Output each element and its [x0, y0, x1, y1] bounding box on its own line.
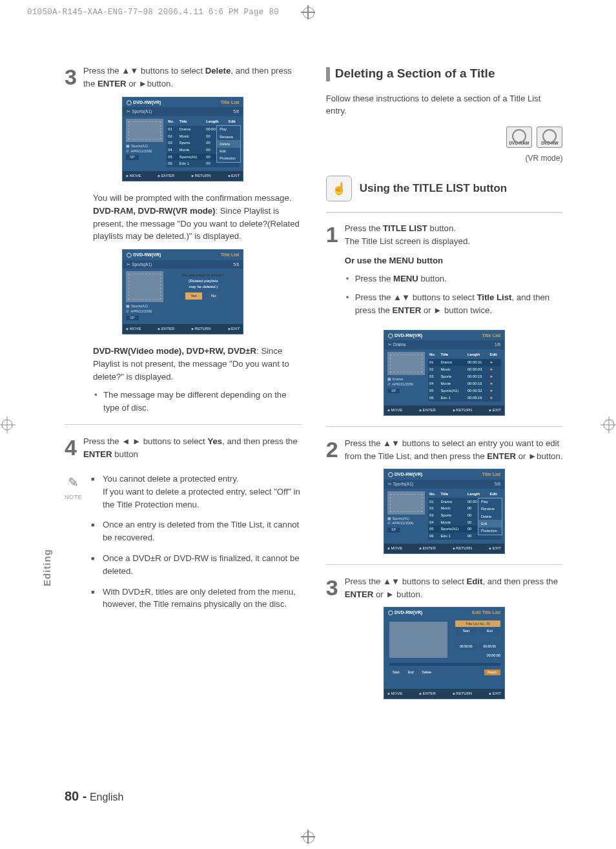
step-4: 4 Press the ◄ ► buttons to select Yes, a…: [65, 435, 302, 461]
note-block: ✎ NOTE You cannot delete a protected ent…: [65, 473, 302, 619]
note-item: Once a DVD±R or DVD-RW is finalized, it …: [91, 552, 302, 578]
page: 01050A-R145-XAA-ENG-77~98 2006.4.11 6:6 …: [0, 0, 616, 849]
video-mode-paragraph: DVD-RW(Video mode), DVD+RW, DVD±R: Since…: [65, 345, 302, 383]
note-label: NOTE: [65, 493, 82, 502]
step-text: Press the ▲▼ buttons to select Edit, and…: [345, 575, 563, 601]
msg-vary-bullet: The message may be different depending o…: [93, 389, 302, 414]
subhead: Using the TITLE LIST button: [360, 180, 508, 197]
crop-mark-top: [301, 5, 315, 19]
step-number: 1: [326, 223, 338, 325]
step-number: 4: [65, 436, 77, 462]
header-slug: 01050A-R145-XAA-ENG-77~98 2006.4.11 6:6 …: [27, 8, 279, 17]
step-number: 2: [326, 438, 338, 464]
vr-mode-label: (VR mode): [326, 152, 563, 164]
subhead-row: ☝ Using the TITLE LIST button: [326, 176, 563, 201]
step-text: Press the ▲▼ buttons to select an entry …: [345, 437, 563, 463]
step-2: 2 Press the ▲▼ buttons to select an entr…: [326, 437, 563, 463]
section-bar-icon: [326, 67, 330, 81]
crop-mark-right: [601, 416, 616, 433]
section-title: Deleting a Section of a Title: [335, 65, 495, 83]
step-text: Press the ▲▼ buttons to select Delete, a…: [83, 65, 302, 90]
left-column: 3 Press the ▲▼ buttons to select Delete,…: [65, 65, 302, 778]
note-icon: ✎: [65, 473, 81, 492]
step-text: Press the TITLE LIST button. The Title L…: [345, 222, 563, 323]
right-column: Deleting a Section of a Title Follow the…: [326, 65, 563, 778]
crop-mark-bottom: [301, 830, 315, 844]
note-item: With DVD±R, titles are only deleted from…: [91, 586, 302, 611]
note-item: You cannot delete a protected entry. If …: [91, 473, 302, 511]
step-number: 3: [326, 577, 338, 602]
step-1: 1 Press the TITLE LIST button. The Title…: [326, 222, 563, 323]
step-number: 3: [65, 66, 77, 92]
section-intro: Follow these instructions to delete a se…: [326, 92, 563, 118]
osd-delete-menu: ◯ DVD-RW(VR)Title List ✂ Sports(A1)5/6 ▦…: [122, 97, 243, 181]
note-item: Once an entry is deleted from the Title …: [91, 518, 302, 544]
step-3-right: 3 Press the ▲▼ buttons to select Edit, a…: [326, 575, 563, 601]
section-head: Deleting a Section of a Title: [326, 65, 563, 83]
hand-press-icon: ☝: [326, 176, 352, 201]
osd-title-list-popup: ◯ DVD-RW(VR)Title List ✂ Sports(A1)5/6 ▦…: [384, 469, 505, 553]
page-number: 80 - English: [65, 789, 123, 804]
step-text: Press the ◄ ► buttons to select Yes, and…: [83, 435, 302, 461]
confirm-paragraph: You will be prompted with the confirmati…: [65, 192, 302, 243]
content: 3 Press the ▲▼ buttons to select Delete,…: [65, 65, 558, 778]
disc-icon-row: DVD-RAM DVD-RW: [326, 127, 563, 148]
dvd-ram-icon: DVD-RAM: [506, 127, 532, 148]
side-tab-label: Editing: [41, 549, 52, 586]
osd-title-list: ◯ DVD-RW(VR)Title List ✂ Drama1/6 ▦ Dram…: [384, 330, 505, 416]
dvd-rw-icon: DVD-RW: [537, 127, 562, 148]
osd-confirm-delete: ◯ DVD-RW(VR)Title List ✂ Sports(A1)5/6 ▦…: [122, 249, 243, 334]
crop-mark-left: [0, 416, 15, 433]
step-3: 3 Press the ▲▼ buttons to select Delete,…: [65, 65, 302, 90]
osd-edit-title-list: ◯ DVD-RW(VR)Edit Title List Title List N…: [384, 607, 505, 699]
